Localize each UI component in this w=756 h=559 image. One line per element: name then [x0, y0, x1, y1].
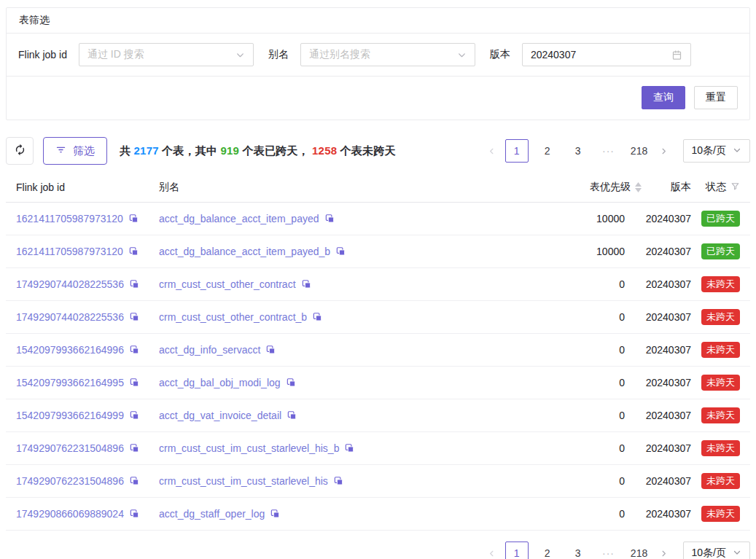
refresh-button[interactable]	[6, 137, 34, 165]
summary-uncrossed: 1258	[312, 144, 337, 157]
jobid-select[interactable]: 通过 ID 搜索	[79, 43, 254, 66]
summary-text: 个表未跨天	[337, 144, 395, 157]
summary-text: 个表，其中	[159, 144, 221, 157]
copy-icon[interactable]	[129, 279, 139, 289]
copy-icon[interactable]	[129, 509, 139, 519]
jobid-link[interactable]: 1542097993662164999	[16, 410, 124, 421]
copy-icon[interactable]	[129, 443, 139, 453]
filter-toggle-button[interactable]: 筛选	[43, 137, 107, 165]
status-cell: 未跨天	[695, 473, 740, 489]
copy-icon[interactable]	[129, 378, 139, 388]
jobid-link[interactable]: 1749290744028225536	[16, 278, 124, 290]
next-page-button[interactable]	[655, 139, 674, 163]
status-cell: 未跨天	[695, 407, 740, 423]
jobid-link[interactable]: 1749290762231504896	[16, 442, 124, 454]
copy-icon[interactable]	[128, 246, 139, 257]
prev-page-button[interactable]	[483, 139, 502, 163]
copy-icon[interactable]	[324, 214, 335, 224]
status-cell: 未跨天	[695, 375, 740, 391]
alias-label: 别名	[268, 48, 289, 61]
page-number[interactable]: 3	[566, 139, 590, 163]
page-number[interactable]: 2	[536, 139, 559, 163]
status-cell: 未跨天	[695, 342, 740, 358]
copy-icon[interactable]	[333, 476, 343, 486]
page-number[interactable]: 3	[566, 542, 590, 559]
page-size-value: 10条/页	[692, 547, 726, 559]
alias-select[interactable]: 通过别名搜索	[300, 43, 475, 66]
copy-icon[interactable]	[129, 410, 139, 421]
status-badge: 未跨天	[701, 440, 740, 456]
jobid-select-placeholder: 通过 ID 搜索	[87, 48, 144, 61]
page-ellipsis: ···	[597, 542, 620, 559]
copy-icon[interactable]	[129, 312, 139, 322]
copy-icon[interactable]	[335, 246, 346, 257]
alias-link[interactable]: acct_dg_balance_acct_item_payed	[159, 213, 319, 224]
page-number[interactable]: 1	[505, 139, 529, 163]
table-summary: 共 2177 个表，其中 919 个表已跨天， 1258 个表未跨天	[120, 144, 396, 158]
alias-link[interactable]: acct_dg_balance_acct_item_payed_b	[159, 246, 330, 257]
summary-total: 2177	[134, 144, 159, 157]
page-size-select[interactable]: 10条/页	[683, 542, 750, 559]
page-number[interactable]: 218	[628, 542, 651, 559]
pagination: 123···218 10条/页	[483, 542, 750, 559]
alias-cell: crm_cust_cust_im_cust_starlevel_his_b	[159, 442, 508, 454]
page-number[interactable]: 218	[628, 139, 651, 163]
copy-icon[interactable]	[344, 443, 354, 453]
status-badge: 未跨天	[701, 473, 740, 489]
jobid-link[interactable]: 1542097993662164996	[16, 344, 124, 356]
copy-icon[interactable]	[270, 509, 280, 519]
alias-link[interactable]: crm_cust_cust_other_contract	[159, 278, 296, 290]
summary-text: 共	[120, 144, 134, 157]
alias-link[interactable]: crm_cust_cust_im_cust_starlevel_his_b	[159, 442, 339, 454]
copy-icon[interactable]	[129, 476, 139, 486]
jobid-cell: 1542097993662164999	[16, 410, 159, 421]
jobid-link[interactable]: 1621411705987973120	[16, 213, 123, 224]
alias-link[interactable]: acct_dg_vat_invoice_detail	[159, 410, 281, 421]
status-cell: 未跨天	[695, 440, 740, 456]
page-number[interactable]: 2	[536, 542, 559, 559]
table-row: 1749290744028225536 crm_cust_cust_other_…	[6, 301, 750, 334]
alias-cell: acct_dg_vat_invoice_detail	[159, 410, 508, 421]
next-page-button[interactable]	[655, 542, 674, 559]
version-date-input[interactable]: 20240307	[522, 43, 691, 66]
calendar-icon	[671, 50, 682, 60]
page-number[interactable]: 1	[505, 542, 529, 559]
sort-icon[interactable]	[635, 182, 642, 192]
copy-icon[interactable]	[265, 345, 276, 355]
alias-link[interactable]: acct_dg_staff_oper_log	[159, 508, 265, 520]
status-cell: 未跨天	[695, 309, 740, 325]
jobid-link[interactable]: 1749290866069889024	[16, 508, 124, 520]
table-body: 1621411705987973120 acct_dg_balance_acct…	[6, 203, 750, 531]
copy-icon[interactable]	[286, 378, 296, 388]
status-cell: 未跨天	[695, 506, 740, 522]
alias-link[interactable]: acct_dg_bal_obj_modi_log	[159, 377, 281, 388]
table-row: 1749290762231504896 crm_cust_cust_im_cus…	[6, 465, 750, 498]
priority-cell: 0	[508, 311, 642, 323]
jobid-link[interactable]: 1542097993662164995	[16, 377, 124, 388]
jobid-link[interactable]: 1749290744028225536	[16, 311, 124, 323]
prev-page-button[interactable]	[483, 542, 502, 559]
col-header-priority[interactable]: 表优先级	[508, 181, 642, 194]
col-header-status[interactable]: 状态	[695, 181, 740, 194]
copy-icon[interactable]	[301, 279, 311, 289]
reset-button[interactable]: 重置	[694, 86, 738, 109]
jobid-link[interactable]: 1749290762231504896	[16, 475, 124, 487]
query-button[interactable]: 查询	[642, 86, 685, 109]
alias-link[interactable]: crm_cust_cust_im_cust_starlevel_his	[159, 475, 328, 487]
page-size-select[interactable]: 10条/页	[683, 139, 750, 163]
copy-icon[interactable]	[128, 214, 139, 224]
chevron-down-icon	[457, 50, 467, 60]
jobid-link[interactable]: 1621411705987973120	[16, 246, 123, 257]
jobid-cell: 1749290744028225536	[16, 311, 159, 323]
filter-funnel-icon[interactable]	[730, 181, 740, 193]
page-ellipsis: ···	[597, 139, 620, 163]
copy-icon[interactable]	[129, 345, 139, 355]
filter-toggle-label: 筛选	[73, 144, 95, 158]
alias-link[interactable]: crm_cust_cust_other_contract_b	[159, 311, 307, 323]
copy-icon[interactable]	[312, 312, 322, 322]
alias-link[interactable]: acct_dg_info_servacct	[159, 344, 260, 356]
page-items: 123···218	[502, 542, 655, 559]
table-row: 1542097993662164996 acct_dg_info_servacc…	[6, 334, 750, 367]
copy-icon[interactable]	[287, 410, 297, 421]
jobid-cell: 1749290762231504896	[16, 442, 159, 454]
